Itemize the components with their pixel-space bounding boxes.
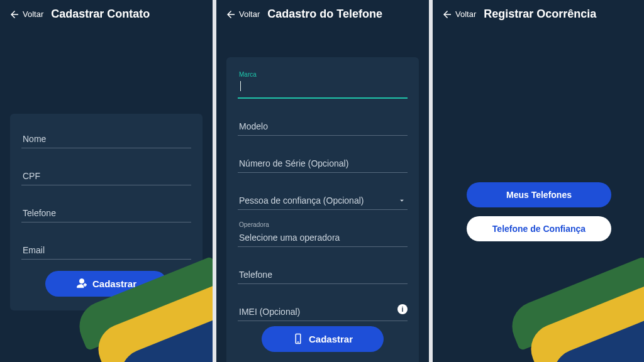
telefone-confianca-button[interactable]: Telefone de Confiança — [467, 216, 611, 241]
cpf-input[interactable] — [21, 166, 191, 185]
decoration-strokes — [519, 280, 644, 362]
back-button[interactable]: Voltar — [9, 9, 43, 20]
arrow-left-icon — [9, 9, 20, 20]
screen-cadastrar-contato: Voltar Cadastrar Contato Cadastrar — [0, 0, 213, 362]
arrow-left-icon — [225, 9, 236, 20]
telefone-field — [21, 203, 191, 222]
pessoa-confianca-field[interactable]: Pessoa de confiança (Opcional) — [238, 190, 408, 210]
marca-label: Marca — [239, 71, 257, 78]
page-title: Registrar Ocorrência — [484, 8, 636, 21]
telefone-field — [238, 265, 408, 284]
marca-field: Marca — [238, 79, 408, 99]
nome-field — [21, 129, 191, 148]
nome-input[interactable] — [21, 129, 191, 148]
numero-serie-field — [238, 153, 408, 173]
cadastrar-button-label: Cadastrar — [309, 334, 353, 344]
cadastrar-button[interactable]: Cadastrar — [262, 326, 384, 352]
header: Voltar Cadastro do Telefone — [216, 0, 429, 26]
info-icon[interactable]: i — [397, 304, 408, 314]
email-input[interactable] — [21, 240, 191, 260]
person-add-icon — [76, 278, 87, 289]
header: Voltar Cadastrar Contato — [0, 0, 213, 26]
cadastrar-button-label: Cadastrar — [92, 278, 136, 289]
back-label: Voltar — [23, 9, 43, 19]
imei-input[interactable] — [238, 302, 408, 321]
screen-cadastro-telefone: Voltar Cadastro do Telefone Marca Pessoa… — [216, 0, 429, 362]
back-button[interactable]: Voltar — [225, 9, 260, 20]
phone-form-card: Marca Pessoa de confiança (Opcional) Ope… — [226, 57, 419, 362]
cpf-field — [21, 166, 191, 185]
operadora-field[interactable]: Operadora Selecione uma operadora — [238, 228, 408, 247]
telefone-input[interactable] — [238, 265, 408, 284]
back-button[interactable]: Voltar — [441, 9, 476, 20]
numero-serie-input[interactable] — [238, 153, 408, 173]
page-title: Cadastrar Contato — [51, 8, 204, 21]
text-caret — [240, 81, 241, 91]
action-buttons: Meus Telefones Telefone de Confiança — [433, 182, 644, 241]
contact-form-card: Cadastrar — [10, 114, 203, 310]
screen-registrar-ocorrencia: Voltar Registrar Ocorrência Meus Telefon… — [433, 0, 644, 362]
marca-input[interactable] — [238, 79, 408, 99]
telefone-input[interactable] — [21, 203, 191, 222]
chevron-down-icon — [397, 196, 406, 205]
email-field — [21, 240, 191, 260]
back-label: Voltar — [239, 9, 260, 19]
header: Voltar Registrar Ocorrência — [433, 0, 644, 26]
cadastrar-button[interactable]: Cadastrar — [45, 271, 167, 297]
arrow-left-icon — [441, 9, 453, 20]
back-label: Voltar — [455, 9, 476, 19]
page-title: Cadastro do Telefone — [267, 8, 420, 21]
modelo-input[interactable] — [238, 116, 408, 136]
pessoa-confianca-label: Pessoa de confiança (Opcional) — [239, 195, 364, 206]
meus-telefones-button[interactable]: Meus Telefones — [467, 182, 611, 207]
phone-add-icon — [292, 333, 304, 344]
operadora-label: Operadora — [239, 221, 269, 228]
modelo-field — [238, 116, 408, 136]
operadora-placeholder: Selecione uma operadora — [239, 233, 340, 243]
imei-field: i — [238, 302, 408, 321]
